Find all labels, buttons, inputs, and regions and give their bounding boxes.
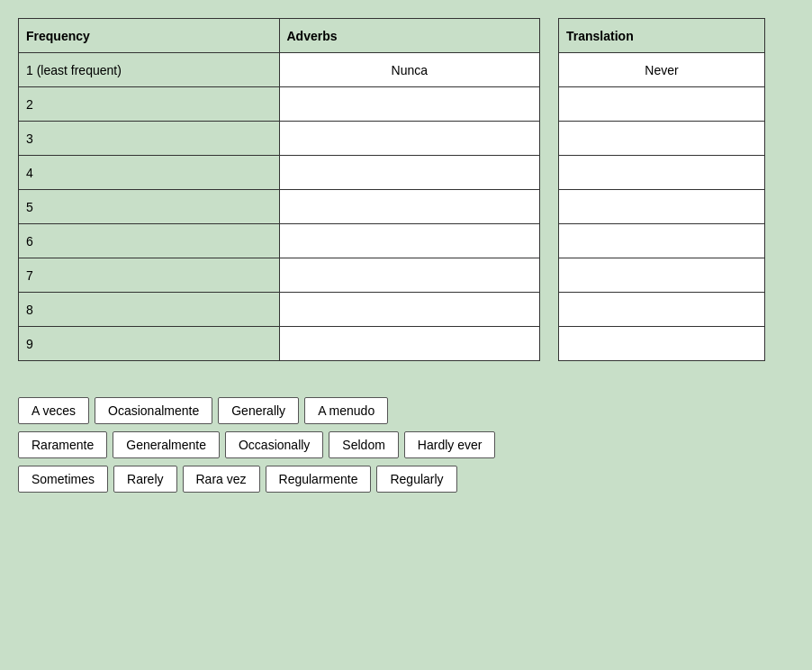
- frequency-adverbs-table: Frequency Adverbs 1 (least frequent)Nunc…: [18, 18, 540, 361]
- translation-input[interactable]: [566, 268, 757, 283]
- word-bank: A vecesOcasionalmenteGenerallyA menudo R…: [9, 397, 803, 493]
- table-row: [559, 122, 765, 156]
- word-row-1: A vecesOcasionalmenteGenerallyA menudo: [18, 397, 794, 424]
- freq-cell: 7: [19, 258, 280, 293]
- table-row: Never: [559, 53, 765, 87]
- table-row: 6: [19, 224, 540, 258]
- translation-cell[interactable]: [559, 258, 765, 293]
- translation-cell[interactable]: [559, 327, 765, 361]
- word-chip[interactable]: A veces: [18, 397, 89, 424]
- word-chip[interactable]: Rara vez: [183, 466, 260, 493]
- table-row: 8: [19, 293, 540, 327]
- table-row: 2: [19, 87, 540, 122]
- table-row: [559, 224, 765, 258]
- adverb-input[interactable]: [287, 337, 533, 351]
- word-chip[interactable]: Ocasionalmente: [95, 397, 212, 424]
- adverb-cell[interactable]: [279, 87, 540, 122]
- adverb-input[interactable]: [287, 234, 533, 249]
- table-row: 1 (least frequent)Nunca: [19, 53, 540, 87]
- freq-cell: 8: [19, 293, 280, 327]
- adverb-cell[interactable]: [279, 327, 540, 361]
- freq-cell: 2: [19, 87, 280, 122]
- word-chip[interactable]: Hardly ever: [404, 431, 496, 458]
- freq-cell: 6: [19, 224, 280, 258]
- table-row: 3: [19, 122, 540, 156]
- translation-input[interactable]: [566, 200, 757, 214]
- translation-cell: Never: [559, 53, 765, 87]
- translation-cell[interactable]: [559, 87, 765, 122]
- main-container: Frequency Adverbs 1 (least frequent)Nunc…: [0, 0, 812, 502]
- word-chip[interactable]: Raramente: [18, 431, 107, 458]
- adverb-cell: Nunca: [279, 53, 540, 87]
- table-row: 7: [19, 258, 540, 293]
- frequency-header: Frequency: [19, 19, 280, 53]
- word-chip[interactable]: Regularly: [376, 466, 456, 493]
- word-chip[interactable]: Generalmente: [113, 431, 220, 458]
- word-chip[interactable]: A menudo: [304, 397, 388, 424]
- adverb-input[interactable]: [287, 303, 533, 317]
- adverb-input[interactable]: [287, 200, 533, 214]
- word-chip[interactable]: Sometimes: [18, 466, 108, 493]
- word-row-2: RaramenteGeneralmenteOccasionallySeldomH…: [18, 431, 794, 458]
- word-chip[interactable]: Rarely: [113, 466, 176, 493]
- freq-cell: 4: [19, 156, 280, 190]
- table-row: 5: [19, 190, 540, 224]
- adverb-cell[interactable]: [279, 224, 540, 258]
- freq-cell: 9: [19, 327, 280, 361]
- word-chip[interactable]: Generally: [218, 397, 299, 424]
- adverb-input[interactable]: [287, 131, 533, 146]
- translation-input[interactable]: [566, 303, 757, 317]
- translation-input[interactable]: [566, 166, 757, 180]
- table-row: 4: [19, 156, 540, 190]
- adverb-input[interactable]: [287, 166, 533, 180]
- freq-cell: 1 (least frequent): [19, 53, 280, 87]
- adverb-input[interactable]: [287, 97, 533, 112]
- word-chip[interactable]: Regularmente: [266, 466, 372, 493]
- table-row: [559, 190, 765, 224]
- adverbs-header: Adverbs: [279, 19, 540, 53]
- table-row: [559, 258, 765, 293]
- table-row: [559, 87, 765, 122]
- translation-cell[interactable]: [559, 156, 765, 190]
- freq-cell: 5: [19, 190, 280, 224]
- adverb-cell[interactable]: [279, 122, 540, 156]
- word-chip[interactable]: Seldom: [329, 431, 398, 458]
- adverb-cell[interactable]: [279, 293, 540, 327]
- translation-input[interactable]: [566, 131, 757, 146]
- table-row: [559, 327, 765, 361]
- word-chip[interactable]: Occasionally: [225, 431, 323, 458]
- translation-header: Translation: [559, 19, 765, 53]
- table-row: 9: [19, 327, 540, 361]
- translation-cell[interactable]: [559, 122, 765, 156]
- translation-table: Translation Never: [558, 18, 765, 361]
- translation-cell[interactable]: [559, 224, 765, 258]
- word-row-3: SometimesRarelyRara vezRegularmenteRegul…: [18, 466, 794, 493]
- adverb-cell[interactable]: [279, 258, 540, 293]
- translation-input[interactable]: [566, 234, 757, 249]
- adverb-cell[interactable]: [279, 190, 540, 224]
- translation-cell[interactable]: [559, 190, 765, 224]
- table-section: Frequency Adverbs 1 (least frequent)Nunc…: [9, 9, 803, 370]
- adverb-input[interactable]: [287, 268, 533, 283]
- freq-cell: 3: [19, 122, 280, 156]
- table-row: [559, 293, 765, 327]
- table-row: [559, 156, 765, 190]
- translation-input[interactable]: [566, 337, 757, 351]
- translation-input[interactable]: [566, 97, 757, 112]
- adverb-cell[interactable]: [279, 156, 540, 190]
- translation-cell[interactable]: [559, 293, 765, 327]
